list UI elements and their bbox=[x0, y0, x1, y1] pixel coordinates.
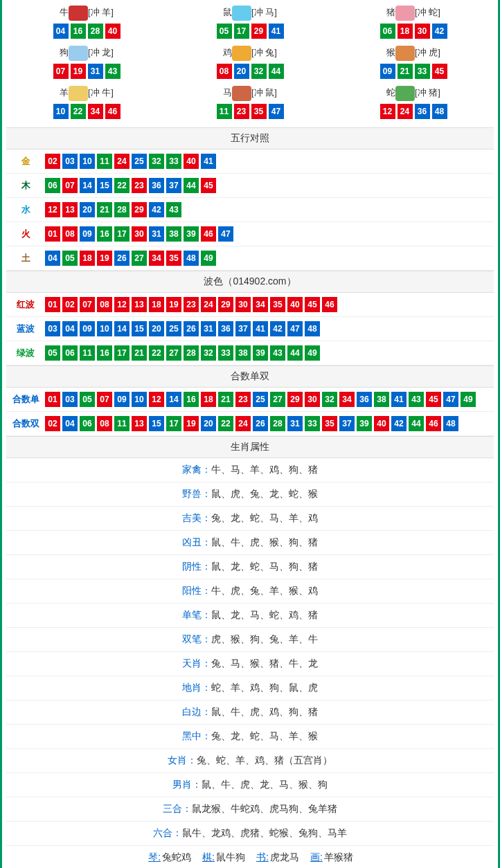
attr-row: 单笔：鼠、龙、马、蛇、鸡、猪 bbox=[6, 604, 494, 628]
number-ball: 43 bbox=[270, 345, 285, 361]
number-ball: 26 bbox=[114, 251, 130, 266]
number-ball: 28 bbox=[88, 24, 103, 39]
attr-value: 兔、蛇、羊、鸡、猪（五宫肖） bbox=[197, 754, 332, 766]
number-ball: 29 bbox=[287, 392, 303, 407]
number-ball: 02 bbox=[62, 297, 78, 312]
attr-value: 虎、猴、狗、兔、羊、牛 bbox=[211, 633, 318, 644]
number-ball: 17 bbox=[114, 226, 130, 242]
bose-row: 蓝波03040910141520252631363741424748 bbox=[6, 317, 494, 341]
number-ball: 09 bbox=[80, 321, 95, 336]
number-ball: 07 bbox=[62, 178, 78, 193]
number-ball: 44 bbox=[269, 64, 284, 79]
number-ball: 47 bbox=[269, 104, 284, 119]
zodiac-name: 猪 bbox=[386, 7, 395, 17]
bose-label: 红波 bbox=[6, 298, 45, 311]
number-ball: 49 bbox=[305, 345, 320, 361]
number-ball: 08 bbox=[97, 297, 112, 312]
zodiac-icon bbox=[232, 86, 251, 101]
zodiac-name: 鼠 bbox=[223, 7, 232, 17]
attr-row: 六合：鼠牛、龙鸡、虎猪、蛇猴、兔狗、马羊 bbox=[6, 822, 494, 846]
zodiac-nums: 04162840 bbox=[6, 24, 167, 39]
number-ball: 02 bbox=[45, 154, 60, 169]
wuxing-nums: 02031011242532334041 bbox=[45, 154, 216, 169]
number-ball: 11 bbox=[80, 345, 95, 361]
zodiac-title: 羊[冲 牛] bbox=[6, 86, 167, 101]
zodiac-name: 蛇 bbox=[386, 87, 395, 98]
number-ball: 17 bbox=[234, 24, 249, 39]
zodiac-icon bbox=[232, 6, 251, 21]
number-ball: 19 bbox=[71, 64, 86, 79]
zodiac-name: 猴 bbox=[386, 47, 395, 57]
number-ball: 21 bbox=[218, 392, 233, 407]
heshu-row: 合数双0204060811131517192022242628313335373… bbox=[6, 412, 494, 436]
number-ball: 03 bbox=[62, 154, 78, 169]
number-ball: 26 bbox=[184, 321, 199, 336]
number-ball: 46 bbox=[201, 226, 216, 242]
number-ball: 04 bbox=[53, 24, 69, 39]
number-ball: 08 bbox=[62, 226, 78, 242]
wuxing-label: 金 bbox=[6, 155, 45, 168]
number-ball: 38 bbox=[166, 226, 181, 242]
section-shengxiao-header: 生肖属性 bbox=[6, 436, 494, 458]
zodiac-clash: [冲 龙] bbox=[88, 47, 114, 57]
zodiac-title: 蛇[冲 猪] bbox=[333, 86, 494, 101]
number-ball: 46 bbox=[426, 416, 441, 431]
number-ball: 40 bbox=[184, 154, 199, 169]
number-ball: 05 bbox=[217, 24, 232, 39]
attr-row: 地肖：蛇、羊、鸡、狗、鼠、虎 bbox=[6, 676, 494, 700]
number-ball: 22 bbox=[71, 104, 86, 119]
attr-label: 野兽： bbox=[182, 488, 211, 499]
number-ball: 17 bbox=[114, 345, 130, 361]
number-ball: 39 bbox=[357, 416, 372, 431]
number-ball: 21 bbox=[398, 64, 413, 79]
four-arts-key: 书: bbox=[256, 851, 269, 862]
number-ball: 16 bbox=[97, 345, 112, 361]
number-ball: 19 bbox=[97, 251, 112, 266]
attr-label: 凶丑： bbox=[182, 536, 211, 548]
number-ball: 33 bbox=[218, 345, 233, 361]
number-ball: 36 bbox=[415, 104, 430, 119]
number-ball: 30 bbox=[132, 226, 147, 242]
number-ball: 36 bbox=[149, 178, 164, 193]
number-ball: 04 bbox=[45, 251, 60, 266]
number-ball: 38 bbox=[374, 392, 389, 407]
zodiac-title: 马[冲 鼠] bbox=[170, 86, 330, 101]
number-ball: 41 bbox=[269, 24, 284, 39]
wuxing-row: 火0108091617303138394647 bbox=[6, 222, 494, 246]
number-ball: 29 bbox=[218, 297, 233, 312]
attr-value: 兔、龙、蛇、马、羊、猴 bbox=[211, 730, 318, 741]
attr-value: 鼠、牛、虎、龙、马、猴、狗 bbox=[202, 779, 328, 790]
number-ball: 19 bbox=[184, 416, 199, 431]
wuxing-row: 土04051819262734354849 bbox=[6, 246, 494, 271]
attr-label: 三合： bbox=[163, 803, 192, 814]
number-ball: 12 bbox=[149, 392, 164, 407]
number-ball: 04 bbox=[62, 416, 78, 431]
number-ball: 33 bbox=[305, 416, 320, 431]
number-ball: 15 bbox=[132, 321, 147, 336]
heshu-label: 合数单 bbox=[6, 393, 45, 406]
number-ball: 18 bbox=[80, 251, 95, 266]
zodiac-cell: 羊[冲 牛]10223446 bbox=[6, 83, 167, 122]
attr-row: 家禽：牛、马、羊、鸡、狗、猪 bbox=[6, 458, 494, 482]
number-ball: 32 bbox=[322, 392, 337, 407]
zodiac-nums: 05172941 bbox=[170, 24, 330, 39]
zodiac-clash: [冲 蛇] bbox=[415, 7, 440, 17]
wuxing-row: 金02031011242532334041 bbox=[6, 150, 494, 174]
number-ball: 06 bbox=[45, 178, 60, 193]
zodiac-clash: [冲 虎] bbox=[415, 47, 440, 57]
number-ball: 23 bbox=[132, 178, 147, 193]
number-ball: 48 bbox=[184, 251, 199, 266]
section-heshu-header: 合数单双 bbox=[6, 365, 494, 388]
number-ball: 19 bbox=[166, 297, 181, 312]
attr-row: 阴性：鼠、龙、蛇、马、狗、猪 bbox=[6, 555, 494, 579]
attr-value: 鼠、牛、虎、猴、狗、猪 bbox=[211, 536, 318, 548]
zodiac-icon bbox=[69, 46, 88, 61]
number-ball: 41 bbox=[391, 392, 407, 407]
number-ball: 08 bbox=[217, 64, 232, 79]
number-ball: 28 bbox=[184, 345, 199, 361]
attr-row: 天肖：兔、马、猴、猪、牛、龙 bbox=[6, 652, 494, 676]
number-ball: 24 bbox=[114, 154, 130, 169]
number-ball: 44 bbox=[287, 345, 303, 361]
number-ball: 25 bbox=[132, 154, 147, 169]
number-ball: 47 bbox=[287, 321, 303, 336]
